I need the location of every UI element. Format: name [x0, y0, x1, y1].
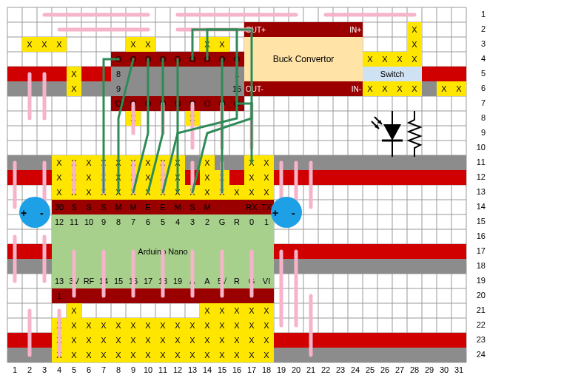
x-23-13: X	[185, 333, 200, 348]
nano-sig-bot-12	[170, 288, 185, 303]
x-12-17: X	[244, 170, 259, 185]
x-23-12: X	[170, 333, 185, 348]
row-label-16: 16	[471, 232, 486, 240]
x-12-11: X	[155, 170, 170, 185]
x-24-10: X	[141, 348, 155, 362]
nano-num-bot-11: 18	[155, 274, 170, 288]
x-22-16: X	[229, 318, 244, 333]
row-label-3: 3	[471, 39, 486, 48]
oled-pin-top-13: O	[185, 52, 200, 67]
x-12-14: X	[200, 170, 215, 185]
x-3-3: X	[37, 37, 52, 52]
nano-num-top-7: 9	[96, 214, 111, 229]
x-13-13: X	[185, 185, 200, 200]
nano-sig-bot-6	[81, 288, 96, 303]
oled-pin-top-9: O	[126, 52, 141, 67]
x-23-11: X	[155, 333, 170, 348]
x-21-18: X	[259, 303, 274, 318]
x-23-16: X	[229, 333, 244, 348]
nano-sig-top-17: RX	[244, 200, 259, 214]
row-label-5: 5	[471, 69, 486, 78]
nano-sig-bot-5	[67, 288, 81, 303]
x-22-7: X	[96, 318, 111, 333]
nano-sig-bot-9	[126, 288, 141, 303]
buck-body2	[244, 67, 363, 81]
x-3-2: X	[22, 37, 37, 52]
nano-sig-bot-15	[215, 288, 229, 303]
x-13-10: X	[141, 185, 155, 200]
x-24-6: X	[81, 348, 96, 362]
x-13-16: X	[229, 185, 244, 200]
x-23-15: X	[215, 333, 229, 348]
x-3-9: X	[126, 37, 141, 52]
x-6-31: X	[451, 81, 466, 96]
oled-body-row6	[111, 81, 244, 96]
x-11-12: X	[170, 155, 185, 170]
col-label-5: 5	[67, 365, 81, 380]
col-label-20: 20	[289, 365, 303, 380]
buck-inplus: IN+	[333, 22, 363, 37]
x-5-5: X	[67, 67, 81, 81]
cap-minus-1: -	[292, 207, 295, 219]
nano-sig-top-7: S	[96, 200, 111, 214]
nano-sig-bot-16	[229, 288, 244, 303]
oled-pin-top-14: O	[200, 52, 215, 67]
x-11-5: X	[67, 155, 81, 170]
oled-pin-top-8: O	[111, 52, 126, 67]
x-24-9: X	[126, 348, 141, 362]
x-21-15: X	[215, 303, 229, 318]
oled-pin-1: 1	[229, 67, 244, 81]
x-12-18: X	[259, 170, 274, 185]
x-24-13: X	[185, 348, 200, 362]
x-13-5: X	[67, 185, 81, 200]
nano-num-bot-8: 15	[111, 274, 126, 288]
x-23-10: X	[141, 333, 155, 348]
nano-num-bot-10: 17	[141, 274, 155, 288]
x-21-14: X	[200, 303, 215, 318]
nano-label: Arduino Nano	[52, 244, 274, 259]
oled-pin-bot-12: O	[170, 96, 185, 111]
x-22-11: X	[155, 318, 170, 333]
oled-pin-9: 9	[111, 81, 126, 96]
x-6-27: X	[392, 81, 407, 96]
oled-pin-8: 8	[111, 67, 126, 81]
nano-sig-bot-8	[111, 288, 126, 303]
x-22-13: X	[185, 318, 200, 333]
col-label-2: 2	[22, 365, 37, 380]
nano-sig-bot-14	[200, 288, 215, 303]
nano-sig-bot-7	[96, 288, 111, 303]
nano-sig-bot-10	[141, 288, 155, 303]
row-label-7: 7	[471, 98, 486, 107]
x-12-7: X	[96, 170, 111, 185]
cap-plus-1: +	[272, 207, 278, 219]
x-23-5: X	[67, 333, 81, 348]
x-23-17: X	[244, 333, 259, 348]
col-label-11: 11	[155, 365, 170, 380]
row-label-21: 21	[471, 305, 486, 314]
nano-sig-top-11: E	[155, 200, 170, 214]
nano-num-top-12: 4	[170, 214, 185, 229]
oled-pin-top-10: O	[141, 52, 155, 67]
x-24-12: X	[170, 348, 185, 362]
cap-minus-0: -	[40, 207, 44, 219]
nano-sig-top-13: S	[185, 200, 200, 214]
nano-num-bot-17: G	[244, 274, 259, 288]
x-6-26: X	[377, 81, 392, 96]
nano-sig-top-12: M	[170, 200, 185, 214]
col-label-1: 1	[7, 365, 22, 380]
oled-pin-bot-14: O	[200, 96, 215, 111]
nano-sig-bot-11	[155, 288, 170, 303]
x-4-26: X	[377, 52, 392, 67]
col-label-12: 12	[170, 365, 185, 380]
oled-pin-bot-10: O	[141, 96, 155, 111]
nano-num-bot-14: A	[200, 274, 215, 288]
x-4-25: X	[363, 52, 377, 67]
nano-sig-top-16	[229, 200, 244, 214]
col-label-27: 27	[392, 365, 407, 380]
x-3-15: X	[215, 37, 229, 52]
x-22-10: X	[141, 318, 155, 333]
x-6-28: X	[407, 81, 422, 96]
x-13-15: X	[215, 185, 229, 200]
x-3-14: X	[200, 37, 215, 52]
x-12-10: X	[141, 170, 155, 185]
